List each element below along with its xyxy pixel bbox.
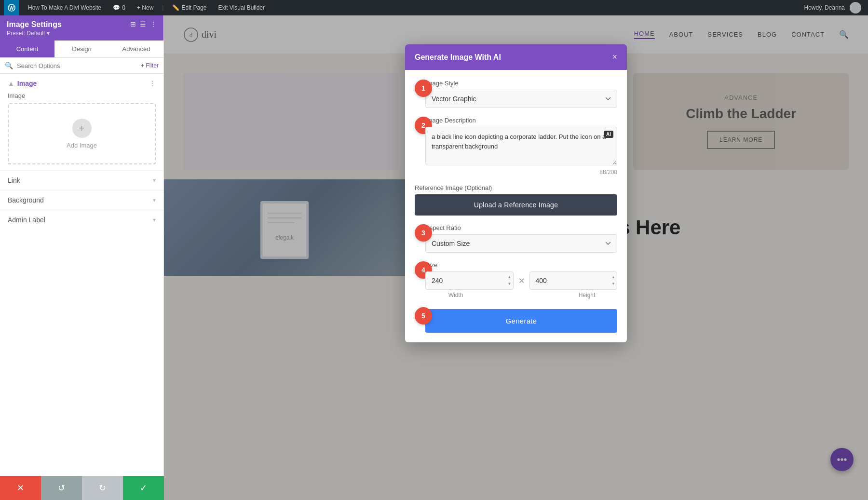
width-label: Width <box>425 292 486 298</box>
add-image-label: Add Image <box>67 142 97 149</box>
comments-count: 0 <box>122 4 125 11</box>
wp-logo-button[interactable]: W <box>4 0 19 15</box>
image-style-select[interactable]: Vector Graphic Photorealistic Illustrati… <box>425 90 617 108</box>
panel-tabs: Content Design Advanced <box>0 41 163 58</box>
char-count: 88/200 <box>425 169 617 176</box>
admin-label-text: Admin Label <box>8 216 45 224</box>
upload-reference-button[interactable]: Upload a Reference Image <box>415 194 617 216</box>
modal-title: Generate Image With AI <box>415 53 501 62</box>
left-panel: Image Settings Preset: Default ▾ ⊞ ☰ ⋮ C… <box>0 15 164 500</box>
background-chevron-icon: ▾ <box>153 197 156 203</box>
image-style-field: Image Style Vector Graphic Photorealisti… <box>425 80 617 108</box>
aspect-ratio-field: Aspect Ratio Custom Size 1:1 Square 16:9… <box>425 224 617 253</box>
image-section: ▲ Image ⋮ Image + Add Image <box>0 74 163 170</box>
admin-label-chevron-icon: ▾ <box>153 216 156 223</box>
tab-advanced[interactable]: Advanced <box>109 41 163 57</box>
section-title: Image <box>17 80 37 87</box>
redo-button[interactable]: ↻ <box>82 476 123 500</box>
height-up-button[interactable]: ▲ <box>610 274 616 280</box>
step3-indicator: 3 <box>415 224 432 242</box>
new-post-link[interactable]: + New <box>134 0 156 15</box>
size-label: Size <box>425 261 617 269</box>
generate-button[interactable]: Generate <box>425 309 617 333</box>
howdy-user: Howdy, Deanna <box>801 0 865 15</box>
height-input[interactable] <box>529 271 618 290</box>
modal-close-button[interactable]: × <box>612 52 617 62</box>
section-header: ▲ Image ⋮ <box>8 80 156 87</box>
comment-icon: 💬 <box>113 4 120 11</box>
site-name-link[interactable]: How To Make A Divi Website <box>25 0 104 15</box>
size-field: Size ▲ ▼ ✕ ▲ <box>425 261 617 298</box>
background-label: Background <box>8 196 44 204</box>
width-input-group: ▲ ▼ <box>425 271 514 290</box>
modal-overlay[interactable]: Generate Image With AI × 1 Image Style V… <box>164 15 868 500</box>
bottom-bar: ✕ ↺ ↻ ✓ <box>0 476 164 500</box>
link-label: Link <box>8 176 20 184</box>
comments-link[interactable]: 💬 0 <box>110 0 128 15</box>
modal-header: Generate Image With AI × <box>405 44 627 70</box>
close-icon: ✕ <box>17 483 24 493</box>
image-upload-area[interactable]: + Add Image <box>8 103 156 164</box>
section-chevron-icon[interactable]: ▲ Image <box>8 80 37 87</box>
height-down-button[interactable]: ▼ <box>610 281 616 287</box>
pencil-icon: ✏️ <box>172 4 179 11</box>
reference-image-label: Reference Image (Optional) <box>415 184 617 191</box>
tab-content[interactable]: Content <box>0 41 54 57</box>
search-icon: 🔍 <box>5 62 13 69</box>
panel-layout-icon[interactable]: ☰ <box>140 20 146 28</box>
undo-button[interactable]: ↺ <box>41 476 82 500</box>
user-avatar <box>850 2 861 14</box>
step1-row: 1 Image Style Vector Graphic Photorealis… <box>425 80 617 108</box>
link-chevron-icon: ▾ <box>153 177 156 184</box>
image-label: Image <box>8 92 156 99</box>
background-nav-item[interactable]: Background ▾ <box>0 190 163 210</box>
svg-text:W: W <box>9 5 14 11</box>
step4-row: 4 Size ▲ ▼ ✕ <box>425 261 617 298</box>
section-more-icon[interactable]: ⋮ <box>149 80 156 87</box>
save-button[interactable]: ✓ <box>123 476 164 500</box>
tab-design[interactable]: Design <box>54 41 109 57</box>
admin-label-nav-item[interactable]: Admin Label ▾ <box>0 210 163 230</box>
search-input[interactable] <box>17 62 137 69</box>
exit-builder-label: Exit Visual Builder <box>218 4 265 11</box>
edit-page-label: Edit Page <box>181 4 206 11</box>
width-down-button[interactable]: ▼ <box>507 281 513 287</box>
size-labels: Width Height <box>425 292 617 298</box>
image-description-input[interactable]: a black line icon depicting a corporate … <box>425 127 617 165</box>
undo-icon: ↺ <box>58 483 65 493</box>
panel-header: Image Settings Preset: Default ▾ ⊞ ☰ ⋮ <box>0 15 163 41</box>
width-up-button[interactable]: ▲ <box>507 274 513 280</box>
preset-arrow-icon: ▾ <box>47 30 50 37</box>
filter-button[interactable]: + Filter <box>141 62 159 69</box>
textarea-wrapper: a black line icon depicting a corporate … <box>425 127 617 167</box>
redo-icon: ↻ <box>99 483 106 493</box>
save-icon: ✓ <box>140 483 147 493</box>
height-spinner: ▲ ▼ <box>610 274 616 287</box>
add-image-icon: + <box>72 119 92 138</box>
ai-modal: Generate Image With AI × 1 Image Style V… <box>405 44 627 342</box>
aspect-ratio-label: Aspect Ratio <box>425 224 617 231</box>
howdy-label: Howdy, Deanna <box>804 4 845 11</box>
aspect-ratio-select[interactable]: Custom Size 1:1 Square 16:9 Landscape 9:… <box>425 234 617 253</box>
edit-page-link[interactable]: ✏️ Edit Page <box>169 0 209 15</box>
step5-indicator: 5 <box>415 307 432 324</box>
panel-more-icon[interactable]: ⋮ <box>150 20 157 28</box>
link-nav-item[interactable]: Link ▾ <box>0 170 163 190</box>
new-post-label: + New <box>137 4 153 11</box>
reference-image-field: Reference Image (Optional) Upload a Refe… <box>415 184 617 216</box>
step2-row: 2 Image Description a black line icon de… <box>425 117 617 176</box>
panel-preset[interactable]: Preset: Default ▾ <box>7 30 62 37</box>
panel-responsive-icon[interactable]: ⊞ <box>130 20 136 28</box>
width-input[interactable] <box>425 271 514 290</box>
exit-builder-link[interactable]: Exit Visual Builder <box>216 0 268 15</box>
step3-row: 3 Aspect Ratio Custom Size 1:1 Square 16… <box>425 224 617 253</box>
height-input-group: ▲ ▼ <box>529 271 618 290</box>
ai-badge: AI <box>604 131 613 138</box>
size-row: ▲ ▼ ✕ ▲ ▼ <box>425 271 617 290</box>
height-label: Height <box>556 292 617 298</box>
image-style-label: Image Style <box>425 80 617 87</box>
image-description-label: Image Description <box>425 117 617 124</box>
size-x-divider: ✕ <box>518 276 525 285</box>
close-button[interactable]: ✕ <box>0 476 41 500</box>
filter-label: + Filter <box>141 62 159 69</box>
